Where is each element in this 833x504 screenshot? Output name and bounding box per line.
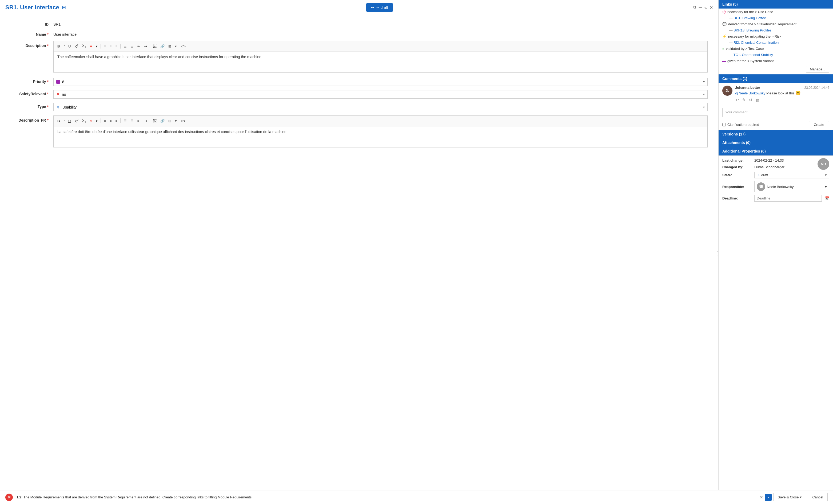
- emoji-icon: 😊: [795, 91, 801, 95]
- page-title: SR1. User interface: [5, 4, 59, 11]
- font-color-dropdown[interactable]: ▾: [94, 43, 99, 49]
- fr-align-center-btn[interactable]: ≡: [108, 118, 113, 124]
- align-center-btn[interactable]: ≡: [108, 43, 113, 49]
- ordered-list-btn[interactable]: ☰: [129, 43, 135, 49]
- calendar-icon[interactable]: 📅: [825, 196, 829, 200]
- link-uc1[interactable]: └─ UC1. Brewing Coffee: [719, 15, 833, 21]
- comment-input[interactable]: Your comment: [722, 108, 829, 117]
- export-icon[interactable]: ⊞: [62, 4, 66, 10]
- changed-by-label: Changed by:: [722, 165, 754, 169]
- fr-outdent-btn[interactable]: ⇤: [136, 118, 142, 124]
- save-close-button[interactable]: Save & Close ▾: [773, 493, 806, 501]
- edit-comment-button[interactable]: ✎: [742, 97, 746, 103]
- links-header[interactable]: Links (5): [719, 0, 833, 8]
- unordered-list-btn[interactable]: ☰: [122, 43, 128, 49]
- desc-fr-editor[interactable]: La cafetière doit être dotée d'une inter…: [53, 126, 708, 147]
- responsible-dropdown[interactable]: NB Neele Borkowsky ▾: [754, 181, 829, 192]
- warning-message: 1/2: The Module Requirements that are de…: [17, 495, 756, 499]
- indent-btn[interactable]: ⇥: [142, 43, 148, 49]
- underline-btn[interactable]: U: [67, 43, 72, 49]
- list-item: 💬 derived from the > Stakeholder Require…: [719, 21, 833, 27]
- fr-ordered-list-btn[interactable]: ☰: [129, 118, 135, 124]
- link-btn[interactable]: 🔗: [159, 43, 166, 49]
- description-editor[interactable]: The coffeemaker shall have a graphical u…: [53, 51, 708, 73]
- links-section: Links (5) ⏻ necessary for the > Use Case…: [719, 0, 833, 74]
- fr-align-right-btn[interactable]: ≡: [114, 118, 119, 124]
- font-color-btn[interactable]: A: [88, 43, 94, 49]
- draft-button[interactable]: ↦ → draft: [366, 3, 393, 12]
- validated-testcase-icon: ≡: [722, 47, 724, 51]
- reply-button[interactable]: ↩: [735, 97, 740, 103]
- avatar: JL: [722, 86, 733, 96]
- clarification-checkbox-label[interactable]: Clarification required: [722, 123, 806, 127]
- id-label: ID: [11, 21, 53, 26]
- image-btn[interactable]: 🖼: [151, 43, 158, 49]
- fr-italic-btn[interactable]: I: [62, 118, 66, 124]
- list-item: ⏻ necessary for the > Use Case: [719, 8, 833, 15]
- necessary-usecase-icon: ⏻: [722, 10, 726, 14]
- back-icon[interactable]: «: [705, 5, 707, 10]
- cancel-button[interactable]: Cancel: [808, 493, 828, 501]
- fr-bold-btn[interactable]: B: [56, 118, 61, 124]
- responsible-value[interactable]: NB Neele Borkowsky ▾: [754, 181, 829, 192]
- refresh-button[interactable]: ↺: [748, 97, 753, 103]
- link-ri2[interactable]: └─ RI2. Chemical Contamination: [719, 40, 833, 45]
- outdent-btn[interactable]: ⇤: [136, 43, 142, 49]
- fr-subscript-btn[interactable]: X1: [80, 118, 88, 124]
- state-value[interactable]: ↦ draft ▾: [754, 172, 829, 178]
- clarification-checkbox[interactable]: [722, 123, 726, 126]
- deadline-value[interactable]: 📅: [754, 195, 829, 201]
- close-icon[interactable]: ✕: [710, 5, 713, 10]
- align-right-btn[interactable]: ≡: [114, 43, 119, 49]
- expand-icon[interactable]: ⧉: [693, 5, 696, 10]
- table-btn[interactable]: ⊞: [167, 43, 173, 49]
- save-dropdown-icon[interactable]: ▾: [800, 495, 802, 499]
- align-left-btn[interactable]: ≡: [102, 43, 108, 49]
- fr-indent-btn[interactable]: ⇥: [142, 118, 148, 124]
- fr-align-left-btn[interactable]: ≡: [102, 118, 108, 124]
- type-field[interactable]: ⛯ Usability ▾: [53, 103, 708, 111]
- state-dropdown[interactable]: ↦ draft ▾: [754, 172, 829, 178]
- additional-props-header[interactable]: Additional Properties (0): [719, 147, 833, 155]
- fr-font-color-btn[interactable]: A: [88, 118, 94, 124]
- minimize-icon[interactable]: ─: [699, 5, 702, 10]
- necessary-risk-icon: ⚡: [722, 34, 727, 39]
- link-skr18[interactable]: └─ SKR18. Brewing Profiles: [719, 27, 833, 33]
- fr-table-btn[interactable]: ⊞: [167, 118, 173, 124]
- safety-dropdown-icon: ▾: [703, 93, 705, 96]
- deadline-input[interactable]: [754, 195, 822, 201]
- fr-underline-btn[interactable]: U: [67, 118, 72, 124]
- fr-table-dropdown[interactable]: ▾: [173, 118, 178, 124]
- description-label: Description *: [11, 41, 53, 48]
- fr-unordered-list-btn[interactable]: ☰: [122, 118, 128, 124]
- safety-field[interactable]: ✕ no ▾: [53, 90, 708, 99]
- state-dropdown-icon: ▾: [825, 173, 827, 177]
- fr-font-color-dropdown[interactable]: ▾: [94, 118, 99, 124]
- delete-comment-button[interactable]: 🗑: [755, 97, 760, 103]
- manage-button[interactable]: Manage...: [806, 66, 829, 73]
- comment-date: 23.02.2024 14:46: [805, 86, 829, 90]
- subscript-btn[interactable]: X1: [80, 43, 88, 50]
- fr-superscript-btn[interactable]: X2: [73, 117, 80, 124]
- attachments-header[interactable]: Attachments (0): [719, 138, 833, 147]
- next-warning-button[interactable]: ›: [765, 494, 771, 501]
- type-label: Type *: [11, 103, 53, 109]
- fr-link-btn[interactable]: 🔗: [159, 118, 166, 124]
- nb-avatar-small: NB: [757, 183, 765, 191]
- table-dropdown[interactable]: ▾: [173, 43, 178, 49]
- bold-btn[interactable]: B: [56, 43, 61, 49]
- fr-source-btn[interactable]: </>: [179, 118, 187, 124]
- italic-btn[interactable]: I: [62, 43, 66, 49]
- bottom-bar: ✕ 1/2: The Module Requirements that are …: [0, 490, 833, 504]
- desc-fr-label: Description_FR *: [11, 116, 53, 122]
- create-comment-button[interactable]: Create: [809, 121, 829, 128]
- source-btn[interactable]: </>: [179, 43, 187, 49]
- versions-header[interactable]: Versions (17): [719, 130, 833, 138]
- mention: @Neele Borkowsky: [735, 91, 765, 95]
- priority-field[interactable]: 8 ▾: [53, 78, 708, 86]
- close-warning-button[interactable]: ✕: [760, 495, 763, 500]
- fr-image-btn[interactable]: 🖼: [151, 118, 158, 124]
- superscript-btn[interactable]: X2: [73, 43, 80, 50]
- comments-header[interactable]: Comments (1): [719, 74, 833, 83]
- link-tc1[interactable]: └─ TC1. Operational Stability: [719, 52, 833, 57]
